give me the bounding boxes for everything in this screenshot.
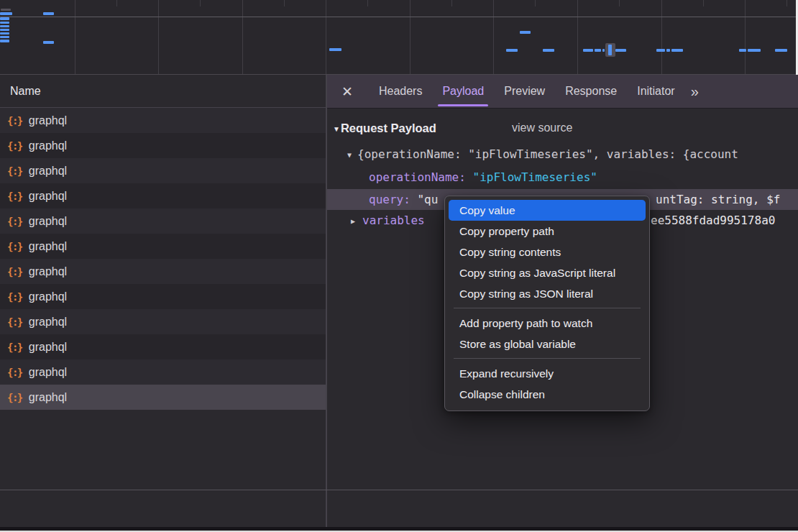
section-expand-triangle-icon[interactable]: ▼ bbox=[333, 119, 340, 139]
overview-grid-tick bbox=[619, 0, 620, 6]
overview-request-bar bbox=[615, 49, 626, 52]
overview-request-bar bbox=[0, 36, 9, 38]
network-overview-timeline[interactable] bbox=[0, 0, 798, 75]
overview-gridline bbox=[410, 0, 411, 74]
tab-initiator[interactable]: Initiator bbox=[627, 75, 684, 109]
overview-request-bar bbox=[0, 12, 12, 15]
overview-grid-tick bbox=[200, 0, 201, 6]
json-braces-icon: {:} bbox=[7, 266, 22, 278]
property-key: operationName: bbox=[369, 170, 473, 184]
menu-item-copy-value[interactable]: Copy value bbox=[449, 200, 646, 221]
overview-request-bar bbox=[43, 41, 54, 44]
inspector-tabs: HeadersPayloadPreviewResponseInitiator bbox=[369, 75, 685, 109]
request-row[interactable]: {:}graphql bbox=[0, 385, 326, 410]
overview-gridline bbox=[577, 0, 578, 74]
request-name-label: graphql bbox=[29, 341, 67, 354]
overview-gridline bbox=[493, 0, 494, 74]
overview-horizontal-gridline bbox=[0, 17, 798, 17]
menu-item-collapse-children[interactable]: Collapse children bbox=[449, 384, 646, 405]
menu-separator bbox=[454, 308, 641, 308]
tab-payload[interactable]: Payload bbox=[432, 75, 494, 109]
request-row[interactable]: {:}graphql bbox=[0, 234, 326, 259]
overview-gridline bbox=[745, 0, 746, 74]
overview-request-bar bbox=[329, 48, 341, 51]
collapsed-triangle-icon[interactable]: ▶ bbox=[351, 211, 355, 231]
request-name-label: graphql bbox=[29, 391, 67, 404]
overview-grid-tick bbox=[535, 0, 536, 6]
overview-request-bar bbox=[0, 22, 9, 24]
tab-headers[interactable]: Headers bbox=[369, 75, 432, 109]
overview-request-bar bbox=[0, 32, 9, 35]
json-braces-icon: {:} bbox=[7, 140, 22, 152]
request-row[interactable]: {:}graphql bbox=[0, 133, 326, 158]
overview-grid-tick bbox=[367, 0, 368, 6]
overview-gridline bbox=[661, 0, 662, 74]
request-rows: {:}graphql{:}graphql{:}graphql{:}graphql… bbox=[0, 108, 326, 410]
request-name-label: graphql bbox=[29, 240, 67, 253]
json-braces-icon: {:} bbox=[7, 392, 22, 403]
menu-item-copy-string-as-json-literal[interactable]: Copy string as JSON literal bbox=[449, 283, 646, 304]
json-braces-icon: {:} bbox=[7, 316, 22, 328]
name-column-header[interactable]: Name bbox=[0, 75, 326, 108]
overview-request-bar bbox=[543, 49, 554, 52]
request-row[interactable]: {:}graphql bbox=[0, 108, 326, 133]
request-row[interactable]: {:}graphql bbox=[0, 183, 326, 208]
request-row[interactable]: {:}graphql bbox=[0, 334, 326, 359]
close-icon[interactable]: ✕ bbox=[341, 83, 353, 100]
payload-root-row[interactable]: ▼{operationName: "ipFlowTimeseries", var… bbox=[327, 145, 798, 165]
overview-request-bar bbox=[506, 49, 518, 52]
json-braces-icon: {:} bbox=[7, 341, 22, 353]
operation-name-row[interactable]: operationName: "ipFlowTimeseries" bbox=[327, 168, 798, 188]
request-name-label: graphql bbox=[29, 114, 67, 127]
request-name-label: graphql bbox=[29, 215, 67, 228]
overview-request-bar bbox=[739, 49, 746, 52]
overview-request-bar bbox=[666, 49, 670, 52]
overview-request-bar bbox=[0, 17, 9, 20]
overview-request-bar bbox=[520, 31, 531, 34]
property-key: variables bbox=[362, 214, 425, 227]
menu-item-expand-recursively[interactable]: Expand recursively bbox=[449, 363, 646, 384]
overview-selected-request-bar bbox=[608, 45, 612, 55]
request-list-panel: Name {:}graphql{:}graphql{:}graphql{:}gr… bbox=[0, 75, 326, 527]
request-payload-section: ▼Request Payload view source bbox=[327, 118, 798, 138]
overview-request-bar bbox=[671, 49, 683, 52]
overview-request-bar bbox=[602, 49, 605, 52]
json-braces-icon: {:} bbox=[7, 165, 22, 177]
property-value-string: "ipFlowTimeseries" bbox=[473, 170, 597, 184]
json-braces-icon: {:} bbox=[7, 115, 22, 127]
json-braces-icon: {:} bbox=[7, 241, 22, 252]
json-braces-icon: {:} bbox=[7, 291, 22, 303]
menu-item-copy-property-path[interactable]: Copy property path bbox=[449, 221, 646, 242]
view-source-link[interactable]: view source bbox=[512, 118, 572, 138]
overview-request-bar bbox=[0, 29, 9, 31]
request-row[interactable]: {:}graphql bbox=[0, 208, 326, 234]
overview-grid-tick bbox=[284, 0, 285, 6]
overview-gridline bbox=[242, 0, 243, 74]
overview-selected-request-marker[interactable] bbox=[605, 43, 615, 57]
menu-item-copy-string-contents[interactable]: Copy string contents bbox=[449, 242, 646, 262]
request-row[interactable]: {:}graphql bbox=[0, 284, 326, 309]
overview-request-bar bbox=[595, 49, 601, 52]
overview-gridline bbox=[75, 0, 75, 74]
property-value-preview-tail: ee5588fdad995178a0 bbox=[651, 211, 775, 231]
inspector-tab-bar: ✕ HeadersPayloadPreviewResponseInitiator… bbox=[327, 75, 798, 109]
request-row[interactable]: {:}graphql bbox=[0, 309, 326, 334]
request-row[interactable]: {:}graphql bbox=[0, 259, 326, 284]
tab-response[interactable]: Response bbox=[555, 75, 627, 109]
request-row[interactable]: {:}graphql bbox=[0, 158, 326, 183]
request-row[interactable]: {:}graphql bbox=[0, 359, 326, 385]
overview-request-bar bbox=[0, 40, 9, 42]
request-name-label: graphql bbox=[29, 265, 67, 278]
request-name-label: graphql bbox=[29, 316, 67, 329]
footer-divider-line bbox=[0, 490, 798, 490]
overview-grid-tick bbox=[703, 0, 704, 6]
overview-request-bar bbox=[656, 49, 665, 52]
tab-preview[interactable]: Preview bbox=[494, 75, 555, 109]
expand-triangle-icon[interactable]: ▼ bbox=[347, 145, 352, 165]
request-name-label: graphql bbox=[29, 290, 67, 303]
json-braces-icon: {:} bbox=[7, 216, 22, 227]
menu-item-store-as-global-variable[interactable]: Store as global variable bbox=[449, 334, 646, 354]
menu-item-copy-string-as-javascript-literal[interactable]: Copy string as JavaScript literal bbox=[449, 262, 646, 283]
more-tabs-chevron-icon[interactable]: » bbox=[691, 83, 697, 100]
menu-item-add-property-path-to-watch[interactable]: Add property path to watch bbox=[449, 313, 646, 334]
